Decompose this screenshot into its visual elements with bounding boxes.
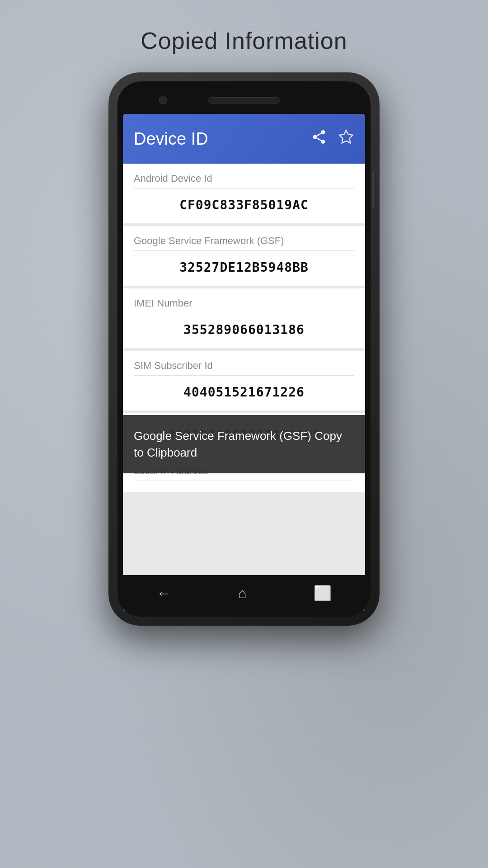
home-button[interactable] bbox=[238, 585, 246, 602]
app-bar-icons bbox=[311, 129, 354, 149]
app-bar-title: Device ID bbox=[134, 129, 311, 149]
android-device-id-card[interactable]: Android Device Id CF09C833F85019AC bbox=[123, 164, 365, 223]
imei-card[interactable]: IMEI Number 355289066013186 bbox=[123, 288, 365, 348]
phone-screen: Device ID bbox=[123, 114, 365, 611]
recents-button[interactable] bbox=[314, 585, 332, 602]
sim-label: SIM Subscriber Id bbox=[134, 360, 354, 376]
imei-label: IMEI Number bbox=[134, 297, 354, 313]
sim-card[interactable]: SIM Subscriber Id 404051521671226 bbox=[123, 351, 365, 410]
toast-message: Google Service Framework (GSF) Copy to C… bbox=[123, 415, 365, 473]
android-device-id-value: CF09C833F85019AC bbox=[134, 192, 354, 212]
power-button bbox=[371, 172, 374, 208]
phone-mockup: Device ID bbox=[108, 72, 380, 626]
back-button[interactable] bbox=[156, 585, 171, 602]
nav-bar bbox=[123, 575, 365, 611]
gsf-value: 32527DE12B5948BB bbox=[134, 255, 354, 275]
phone-speaker bbox=[208, 97, 280, 104]
app-bar: Device ID bbox=[123, 114, 365, 164]
page-title: Copied Information bbox=[141, 27, 347, 54]
star-icon[interactable] bbox=[338, 129, 354, 149]
toast-text: Google Service Framework (GSF) Copy to C… bbox=[134, 428, 354, 461]
content-area: Android Device Id CF09C833F85019AC Googl… bbox=[123, 164, 365, 575]
sim-value: 404051521671226 bbox=[134, 379, 354, 400]
imei-value: 355289066013186 bbox=[134, 317, 354, 337]
gsf-label: Google Service Framework (GSF) bbox=[134, 235, 354, 251]
gsf-card[interactable]: Google Service Framework (GSF) 32527DE12… bbox=[123, 226, 365, 286]
share-icon[interactable] bbox=[311, 129, 327, 149]
phone-camera bbox=[159, 96, 167, 104]
android-device-id-label: Android Device Id bbox=[134, 173, 354, 189]
phone-top-bar bbox=[123, 87, 365, 114]
